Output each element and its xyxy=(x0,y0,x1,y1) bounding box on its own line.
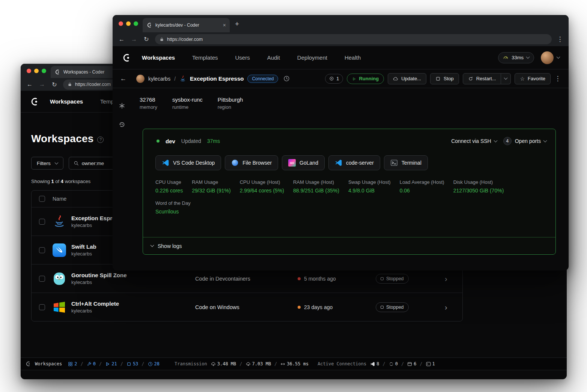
nav-health[interactable]: Health xyxy=(345,54,361,61)
coder-favicon-icon xyxy=(146,22,152,28)
coder-logo-icon[interactable] xyxy=(30,97,39,107)
row-checkbox[interactable] xyxy=(39,276,45,282)
breadcrumb-separator: / xyxy=(174,76,176,82)
vscode-desktop-button[interactable]: VS Code Desktop xyxy=(155,155,221,170)
workspace-name: Ctrl+Alt Complete xyxy=(71,300,119,307)
update-button[interactable]: Update... xyxy=(388,73,426,84)
row-checkbox[interactable] xyxy=(39,247,45,253)
browser-tab[interactable]: kylecarbs/dev - Coder × xyxy=(143,18,230,32)
chevron-down-icon xyxy=(151,243,154,247)
browser-menu-icon[interactable]: ⋮ xyxy=(557,35,563,43)
page-title: Workspaces xyxy=(31,133,93,145)
nav-users[interactable]: Users xyxy=(235,54,250,61)
table-row[interactable]: Ctrl+Alt Complete kylecarbs Code on Wind… xyxy=(32,293,462,321)
workspace-body: 32768 memory sysbox-runc runtime Pittsbu… xyxy=(113,96,569,270)
word-of-the-day: Word of the Day Scurrilous xyxy=(155,200,555,215)
chevron-right-icon: › xyxy=(445,275,447,282)
play-icon xyxy=(352,77,356,81)
build-count-badge[interactable]: 1 xyxy=(325,74,343,84)
scheduled-count: 28 xyxy=(148,361,160,366)
status-badge: Stopped xyxy=(376,274,409,284)
window-controls xyxy=(113,21,143,26)
show-logs-button[interactable]: Show logs xyxy=(143,237,555,254)
swift-icon xyxy=(53,243,66,257)
connect-via-ssh-button[interactable]: Connect via SSH xyxy=(451,138,497,144)
filters-button[interactable]: Filters xyxy=(31,157,63,170)
minimize-window-button[interactable] xyxy=(34,69,39,73)
go-gopher-icon xyxy=(53,272,66,285)
url-text: https://coder.com xyxy=(167,37,203,42)
nav-workspaces[interactable]: Workspaces xyxy=(50,98,83,105)
app-navbar: Workspaces Templates Users Audit Deploym… xyxy=(113,46,569,69)
stop-icon xyxy=(381,306,384,309)
open-ports-button[interactable]: Open ports xyxy=(515,138,546,144)
cloud-upload-icon xyxy=(211,362,216,366)
latency-pill[interactable]: 33ms xyxy=(498,52,534,63)
last-used: 23 days ago xyxy=(298,304,333,310)
back-button[interactable]: ← xyxy=(118,36,125,43)
refresh-button[interactable]: ↻ xyxy=(143,36,150,43)
stop-button[interactable]: Stop xyxy=(430,73,459,84)
code-server-button[interactable]: code-server xyxy=(328,155,380,170)
running-count: 21 xyxy=(105,361,117,366)
latency-value: 36.55 ms xyxy=(280,361,309,366)
stat-cpu: CPU Usage 0.226 cores xyxy=(155,179,183,194)
row-checkbox[interactable] xyxy=(39,219,45,225)
minimize-window-button[interactable] xyxy=(126,21,131,26)
tab-title: kylecarbs/dev - Coder xyxy=(155,23,220,28)
schedule-clock-icon[interactable] xyxy=(283,75,290,82)
workspace-owner: kylecarbs xyxy=(71,251,96,257)
workspace-name: Goroutine Spill Zone xyxy=(71,272,127,278)
search-value: owner:me xyxy=(82,161,104,166)
terminal-button[interactable]: Terminal xyxy=(384,155,428,170)
address-bar[interactable]: https://coder.com xyxy=(155,34,552,44)
nav-deployment[interactable]: Deployment xyxy=(297,54,327,61)
back-to-workspaces-button[interactable]: ← xyxy=(120,75,126,83)
vscode-icon xyxy=(335,159,342,167)
resources-hub-icon[interactable] xyxy=(119,102,125,109)
stop-square-icon xyxy=(126,362,131,366)
select-all-checkbox[interactable] xyxy=(39,196,45,202)
zoom-window-button[interactable] xyxy=(134,21,138,26)
desktop: Workspaces - Coder ← → ↻ https://coder.c… xyxy=(0,0,587,392)
chevron-down-icon[interactable] xyxy=(557,55,560,59)
lock-icon xyxy=(160,37,164,42)
ports-count-badge: 4 xyxy=(503,137,512,145)
nav-workspaces[interactable]: Workspaces xyxy=(142,54,175,61)
forward-button[interactable]: → xyxy=(130,36,138,43)
chevron-down-icon xyxy=(494,138,497,142)
refresh-button[interactable]: ↻ xyxy=(51,81,58,88)
terminal-icon xyxy=(426,362,431,366)
play-icon xyxy=(105,362,110,366)
workspace-menu-icon[interactable]: ⋮ xyxy=(554,75,561,83)
restart-options-button[interactable] xyxy=(501,73,511,84)
forward-button[interactable]: → xyxy=(38,81,46,88)
new-tab-button[interactable]: + xyxy=(235,20,239,27)
goland-button[interactable]: GoLand xyxy=(282,155,325,170)
user-avatar[interactable] xyxy=(541,51,554,64)
close-tab-icon[interactable]: × xyxy=(223,23,226,28)
owner-name[interactable]: kylecarbs xyxy=(148,76,170,82)
download-total: 7.03 MB xyxy=(246,361,271,366)
close-window-button[interactable] xyxy=(119,21,123,26)
nav-templates[interactable]: Templates xyxy=(192,54,218,61)
coder-logo-icon[interactable] xyxy=(122,53,131,63)
row-checkbox[interactable] xyxy=(39,304,45,310)
java-icon xyxy=(179,75,186,82)
nav-audit[interactable]: Audit xyxy=(267,54,280,61)
browser-tab[interactable]: Workspaces - Coder xyxy=(51,66,117,78)
metadata-item: sysbox-runc runtime xyxy=(172,96,203,110)
favorite-button[interactable]: ☆ Favorite xyxy=(515,73,551,84)
zoom-window-button[interactable] xyxy=(42,69,46,73)
stat-load-host: Load Average (Host) 0.06 xyxy=(400,179,444,194)
back-button[interactable]: ← xyxy=(26,81,33,88)
file-browser-button[interactable]: File Browser xyxy=(225,155,278,170)
window-controls xyxy=(21,69,51,73)
help-icon[interactable]: ? xyxy=(97,137,104,143)
restart-button[interactable]: Restart... xyxy=(463,73,501,84)
goland-icon xyxy=(288,159,296,167)
agent-updated-label: Updated xyxy=(181,138,201,144)
close-window-button[interactable] xyxy=(27,69,31,73)
history-icon[interactable] xyxy=(119,121,125,128)
lock-icon xyxy=(68,82,72,87)
